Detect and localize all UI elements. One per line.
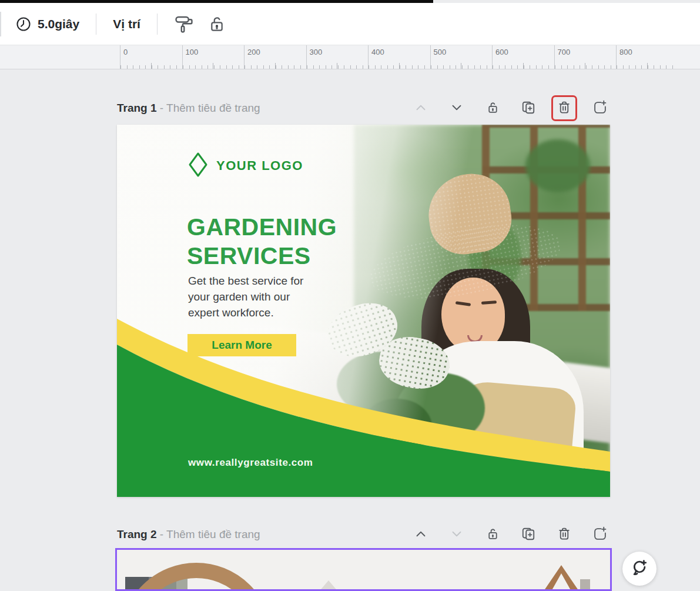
page-1-canvas[interactable]: YOUR LOGO GARDENING SERVICES Get the bes… xyxy=(117,125,610,497)
ruler-tick-label: 100 xyxy=(186,48,199,56)
ruler-tick-label: 500 xyxy=(434,48,447,56)
page-2-title-placeholder[interactable]: - Thêm tiêu đề trang xyxy=(160,528,260,540)
flyer-headline-line2: SERVICES xyxy=(187,242,337,271)
page-1-title-placeholder[interactable]: - Thêm tiêu đề trang xyxy=(160,102,260,114)
lock-page-button[interactable] xyxy=(483,98,503,118)
triangle-shape xyxy=(318,580,339,591)
position-label: Vị trí xyxy=(113,17,140,31)
move-page-up-button[interactable] xyxy=(411,98,431,118)
duration-label: 5.0giây xyxy=(38,17,79,31)
flyer-website[interactable]: www.reallygreatsite.com xyxy=(188,457,313,469)
ruler-tick-segment: 500 xyxy=(430,45,493,69)
page-1-controls xyxy=(411,98,610,118)
trash-icon xyxy=(557,100,572,117)
ruler-tick-segment: 800 xyxy=(616,45,678,69)
add-page-button[interactable] xyxy=(590,98,610,118)
ruler-tick-label: 300 xyxy=(310,48,323,56)
ruler-tick-segment: 0 xyxy=(120,45,182,69)
ruler-tick-label: 700 xyxy=(558,48,571,56)
unlock-icon xyxy=(207,15,226,34)
duplicate-page-icon xyxy=(521,100,536,117)
ruler-tick-label: 200 xyxy=(247,48,260,56)
duplicate-page-button[interactable] xyxy=(518,98,538,118)
ruler-tick-segment: 700 xyxy=(554,45,617,69)
ruler-tick-segment: 300 xyxy=(306,45,369,69)
position-button[interactable]: Vị trí xyxy=(113,17,140,31)
page-2-controls xyxy=(411,525,610,545)
toolbar-divider xyxy=(96,14,96,35)
add-page-button[interactable] xyxy=(590,525,610,545)
delete-page-button[interactable] xyxy=(554,98,574,118)
duplicate-page-button[interactable] xyxy=(518,525,538,545)
flyer-body-text[interactable]: Get the best service for your garden wit… xyxy=(188,273,303,320)
page-2-header: Trang 2 - Thêm tiêu đề trang xyxy=(117,523,610,546)
gray-shape xyxy=(580,579,590,591)
canva-editor-view: 5.0giây Vị trí xyxy=(0,0,700,591)
add-page-icon xyxy=(592,100,608,117)
copy-style-button[interactable] xyxy=(174,14,194,34)
flyer-logo[interactable]: YOUR LOGO xyxy=(188,152,303,180)
chevron-down-icon xyxy=(449,526,464,543)
add-page-icon xyxy=(592,526,608,543)
lock-page-button[interactable] xyxy=(483,525,503,545)
page-1-number: Trang 1 xyxy=(117,102,157,114)
flyer-headline-line1: GARDENING xyxy=(187,213,337,242)
ruler-tick-segment: 200 xyxy=(244,45,306,69)
page-1-title[interactable]: Trang 1 - Thêm tiêu đề trang xyxy=(117,102,260,115)
delete-page-button[interactable] xyxy=(554,525,574,545)
unlock-icon xyxy=(485,526,500,543)
unlock-icon xyxy=(485,100,500,116)
horizontal-ruler: 0100200300400500600700800 xyxy=(0,45,700,69)
chevron-up-icon xyxy=(413,526,428,543)
clock-icon xyxy=(15,16,32,32)
move-page-up-button[interactable] xyxy=(411,525,431,545)
ruler-tick-segment: 600 xyxy=(492,45,554,69)
leaf-diamond-icon xyxy=(188,152,208,180)
duplicate-page-icon xyxy=(521,526,536,543)
ruler-tick-label: 0 xyxy=(123,48,128,56)
page-2-canvas[interactable] xyxy=(115,548,612,591)
add-comment-icon xyxy=(630,559,649,579)
ruler-tick-label: 800 xyxy=(619,48,632,56)
toolbar-divider xyxy=(157,14,158,35)
ruler-tick-segment: 100 xyxy=(182,45,245,69)
move-page-down-button[interactable] xyxy=(447,525,467,545)
page-2-title[interactable]: Trang 2 - Thêm tiêu đề trang xyxy=(117,528,260,541)
toolbar-edge-divider xyxy=(0,12,1,36)
flyer-body-line1: Get the best service for xyxy=(188,273,303,289)
move-page-down-button[interactable] xyxy=(447,98,467,118)
chevron-down-icon xyxy=(449,100,464,117)
chevron-up-icon xyxy=(413,100,428,117)
ruler-tick-label: 600 xyxy=(495,48,508,56)
flyer-logo-text: YOUR LOGO xyxy=(216,158,303,173)
flyer-headline[interactable]: GARDENING SERVICES xyxy=(187,213,337,271)
ruler-scale: 0100200300400500600700800 xyxy=(120,45,678,69)
add-comment-button[interactable] xyxy=(622,552,657,586)
ruler-tick-segment: 400 xyxy=(368,45,430,69)
ruler-tick-label: 400 xyxy=(371,48,384,56)
learn-more-button[interactable]: Learn More xyxy=(187,334,296,356)
paint-roller-icon xyxy=(174,14,194,34)
animation-duration-button[interactable]: 5.0giây xyxy=(15,16,79,32)
page-2-number: Trang 2 xyxy=(117,528,157,540)
lock-toggle-button[interactable] xyxy=(207,14,227,34)
page-1-header: Trang 1 - Thêm tiêu đề trang xyxy=(117,97,610,119)
a-frame-shape xyxy=(542,565,580,591)
trash-icon xyxy=(557,526,572,543)
flyer-body-line3: expert workforce. xyxy=(188,305,303,320)
context-toolbar: 5.0giây Vị trí xyxy=(0,3,700,45)
flyer-body-line2: your garden with our xyxy=(188,289,303,305)
